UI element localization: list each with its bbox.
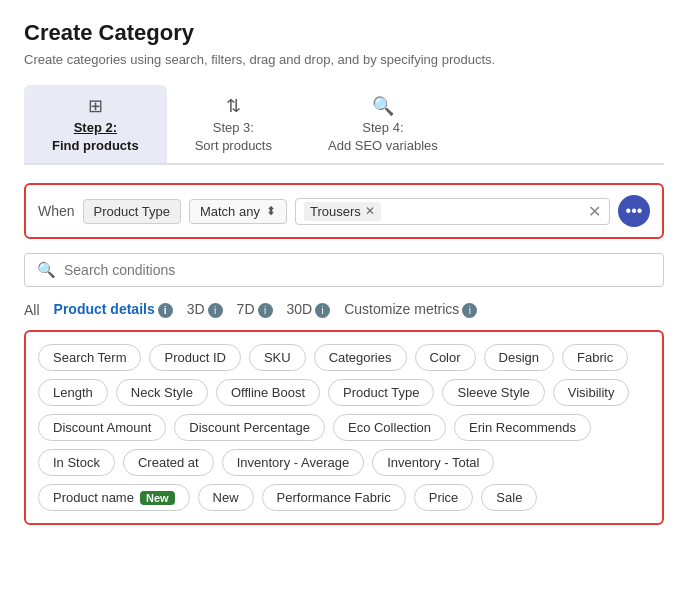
chip-performance-fabric[interactable]: Performance Fabric: [262, 484, 406, 511]
step-tab-step3[interactable]: ⇅ Step 3: Sort products: [167, 85, 300, 163]
chip-length[interactable]: Length: [38, 379, 108, 406]
chip-discount-percentage[interactable]: Discount Percentage: [174, 414, 325, 441]
filter-tag-trousers[interactable]: Trousers ✕: [304, 202, 381, 221]
chip-categories[interactable]: Categories: [314, 344, 407, 371]
chips-row-2: Discount AmountDiscount PercentageEco Co…: [38, 414, 650, 441]
step3-sublabel: Sort products: [195, 138, 272, 153]
chip-sleeve-style[interactable]: Sleeve Style: [442, 379, 544, 406]
filter-tab-3d[interactable]: 3Di: [187, 301, 223, 318]
chip-offline-boost[interactable]: Offline Boost: [216, 379, 320, 406]
page-title: Create Category: [24, 20, 664, 46]
search-bar: 🔍: [24, 253, 664, 287]
search-input[interactable]: [64, 262, 651, 278]
chip-eco-collection[interactable]: Eco Collection: [333, 414, 446, 441]
match-label: Match any: [200, 204, 260, 219]
step-tab-step2[interactable]: ⊞ Step 2: Find products: [24, 85, 167, 163]
chip-discount-amount[interactable]: Discount Amount: [38, 414, 166, 441]
search-icon: 🔍: [37, 261, 56, 279]
steps-tabs: ⊞ Step 2: Find products ⇅ Step 3: Sort p…: [24, 85, 664, 165]
chip-product-name[interactable]: Product nameNew: [38, 484, 190, 511]
info-icon-30d[interactable]: i: [315, 303, 330, 318]
chip-created-at[interactable]: Created at: [123, 449, 214, 476]
filter-tab-product-details[interactable]: Product detailsi: [54, 301, 173, 318]
chips-row-3: In StockCreated atInventory - AverageInv…: [38, 449, 650, 476]
step4-label: Step 4:: [362, 120, 403, 135]
step3-label: Step 3:: [213, 120, 254, 135]
page-container: Create Category Create categories using …: [0, 0, 688, 545]
chip-inventory---total[interactable]: Inventory - Total: [372, 449, 494, 476]
chip-neck-style[interactable]: Neck Style: [116, 379, 208, 406]
clear-tags-icon[interactable]: ✕: [588, 202, 601, 221]
chip-color[interactable]: Color: [415, 344, 476, 371]
filter-tags: Trousers ✕ ✕: [295, 198, 610, 225]
match-select[interactable]: Match any ⬍: [189, 199, 287, 224]
info-icon-7d[interactable]: i: [258, 303, 273, 318]
when-label: When: [38, 203, 75, 219]
chip-search-term[interactable]: Search Term: [38, 344, 141, 371]
filter-tab-all[interactable]: All: [24, 302, 40, 318]
step4-sublabel: Add SEO variables: [328, 138, 438, 153]
filter-tabs: AllProduct detailsi3Di7Di30DiCustomize m…: [24, 301, 664, 318]
chip-erin-recommends[interactable]: Erin Recommends: [454, 414, 591, 441]
remove-tag-icon[interactable]: ✕: [365, 204, 375, 218]
info-icon-customize[interactable]: i: [462, 303, 477, 318]
condition-chip[interactable]: Product Type: [83, 199, 181, 224]
step-tab-step4[interactable]: 🔍 Step 4: Add SEO variables: [300, 85, 466, 163]
step2-icon: ⊞: [88, 95, 103, 117]
filter-tab-customize[interactable]: Customize metricsi: [344, 301, 477, 318]
more-dots-icon: •••: [626, 202, 643, 220]
chip-price[interactable]: Price: [414, 484, 474, 511]
select-arrow: ⬍: [266, 204, 276, 218]
new-badge: New: [140, 491, 175, 505]
filter-row: When Product Type Match any ⬍ Trousers ✕…: [24, 183, 664, 239]
chips-row-1: LengthNeck StyleOffline BoostProduct Typ…: [38, 379, 650, 406]
page-subtitle: Create categories using search, filters,…: [24, 52, 664, 67]
chip-inventory---average[interactable]: Inventory - Average: [222, 449, 365, 476]
chip-sale[interactable]: Sale: [481, 484, 537, 511]
chip-visibility[interactable]: Visibility: [553, 379, 630, 406]
chip-in-stock[interactable]: In Stock: [38, 449, 115, 476]
chip-product-id[interactable]: Product ID: [149, 344, 240, 371]
filter-tab-30d[interactable]: 30Di: [287, 301, 331, 318]
filter-tab-7d[interactable]: 7Di: [237, 301, 273, 318]
chip-fabric[interactable]: Fabric: [562, 344, 628, 371]
chips-row-4: Product nameNewNewPerformance FabricPric…: [38, 484, 650, 511]
chips-wrapper: Search TermProduct IDSKUCategoriesColorD…: [24, 330, 664, 525]
more-options-button[interactable]: •••: [618, 195, 650, 227]
step3-icon: ⇅: [226, 95, 241, 117]
chip-new[interactable]: New: [198, 484, 254, 511]
chip-design[interactable]: Design: [484, 344, 554, 371]
info-icon-product-details[interactable]: i: [158, 303, 173, 318]
step4-icon: 🔍: [372, 95, 394, 117]
chips-row-0: Search TermProduct IDSKUCategoriesColorD…: [38, 344, 650, 371]
chip-sku[interactable]: SKU: [249, 344, 306, 371]
step2-sublabel: Find products: [52, 138, 139, 153]
step2-label: Step 2:: [74, 120, 117, 135]
tag-label: Trousers: [310, 204, 361, 219]
chip-product-type[interactable]: Product Type: [328, 379, 434, 406]
info-icon-3d[interactable]: i: [208, 303, 223, 318]
chip-label: Product name: [53, 490, 134, 505]
